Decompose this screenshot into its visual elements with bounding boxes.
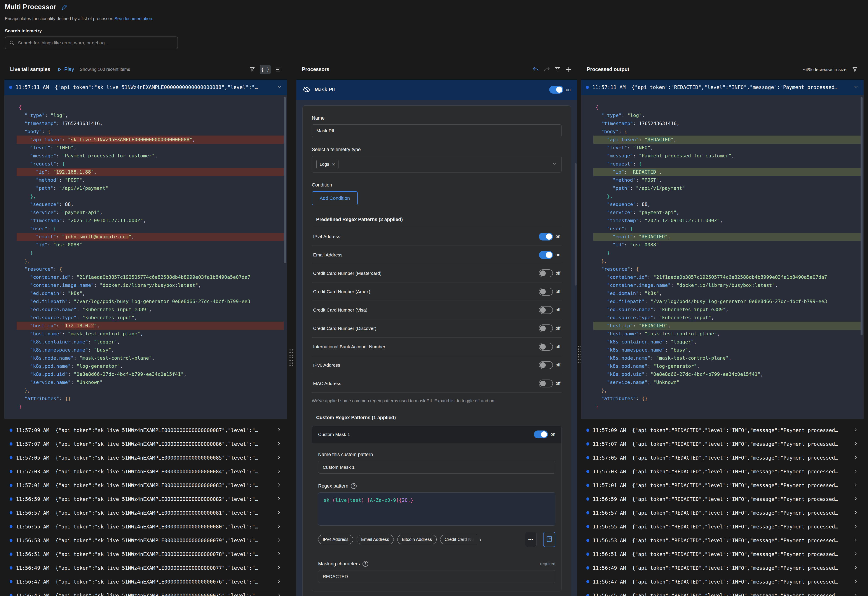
log-row[interactable]: 11:56:53 AM {"api_token":"REDACTED","lev… xyxy=(581,534,864,547)
mask-pii-processor-bar[interactable]: Mask PII on xyxy=(296,80,577,100)
pattern-toggle[interactable] xyxy=(539,325,553,332)
chevron-right-icon[interactable] xyxy=(853,551,858,557)
list-view-toggle[interactable] xyxy=(275,66,281,72)
telemetry-tag-logs[interactable]: Logs ✕ xyxy=(316,159,338,169)
log-row[interactable]: 11:57:07 AM {"api_token":"REDACTED","lev… xyxy=(581,437,864,451)
chevron-right-icon[interactable] xyxy=(276,593,282,596)
log-row[interactable]: 11:56:49 AM {"api_token":"sk_live_51NWz4… xyxy=(4,561,287,575)
regex-suggestion-chip[interactable]: IPv4 Address xyxy=(318,535,353,544)
log-row[interactable]: 11:56:57 AM {"api_token":"sk_live_51NWz4… xyxy=(4,506,287,520)
chevron-right-icon[interactable] xyxy=(853,510,858,516)
filter-icon[interactable] xyxy=(555,66,561,72)
pattern-toggle[interactable] xyxy=(539,379,553,387)
json-view-toggle[interactable]: { } xyxy=(260,65,271,74)
chevron-down-icon[interactable] xyxy=(276,84,282,90)
pattern-toggle[interactable] xyxy=(539,306,553,314)
scrollbar-thumb[interactable] xyxy=(574,163,577,286)
log-row[interactable]: 11:56:47 AM {"api_token":"REDACTED","lev… xyxy=(581,575,864,589)
chevron-right-icon[interactable] xyxy=(276,455,282,461)
panel-resize-handle-left[interactable] xyxy=(289,350,293,366)
chevron-right-icon[interactable] xyxy=(276,496,282,502)
regex-library-button[interactable] xyxy=(543,532,555,547)
pattern-toggle[interactable] xyxy=(539,288,553,296)
edit-title-icon[interactable] xyxy=(61,4,68,10)
chevron-down-icon[interactable] xyxy=(853,84,859,90)
log-row[interactable]: 11:56:51 AM {"api_token":"REDACTED","lev… xyxy=(581,547,864,561)
log-row[interactable]: 11:56:55 AM {"api_token":"sk_live_51NWz4… xyxy=(4,520,287,534)
log-row[interactable]: 11:56:45 AM {"api_token":"REDACTED","lev… xyxy=(581,589,864,596)
panel-resize-handle-right[interactable] xyxy=(578,346,582,363)
chevron-right-icon[interactable] xyxy=(853,482,858,488)
see-documentation-link[interactable]: See documentation. xyxy=(114,16,153,21)
processor-name-input[interactable] xyxy=(316,128,557,133)
log-row[interactable]: 11:57:09 AM {"api_token":"REDACTED","lev… xyxy=(581,423,864,437)
log-row[interactable]: 11:57:03 AM {"api_token":"REDACTED","lev… xyxy=(581,465,864,478)
play-button[interactable]: Play xyxy=(57,66,74,72)
log-row[interactable]: 11:56:47 AM {"api_token":"sk_live_51NWz4… xyxy=(4,575,287,589)
log-row[interactable]: 11:56:49 AM {"api_token":"REDACTED","lev… xyxy=(581,561,864,575)
log-row[interactable]: 11:57:09 AM {"api_token":"sk_live_51NWz4… xyxy=(4,423,287,437)
log-row[interactable]: 11:57:01 AM {"api_token":"REDACTED","lev… xyxy=(581,478,864,492)
filter-icon[interactable] xyxy=(852,66,858,72)
log-row[interactable]: 11:56:57 AM {"api_token":"REDACTED","lev… xyxy=(581,506,864,520)
chevron-right-icon[interactable] xyxy=(853,441,858,447)
chevron-right-icon[interactable] xyxy=(853,427,858,433)
masking-characters-input[interactable] xyxy=(323,574,551,579)
chevron-right-icon[interactable] xyxy=(276,441,282,447)
regex-pattern-editor[interactable]: sk_(live|test)_[A-Za-z0-9]{20,} xyxy=(318,492,555,525)
expanded-log-row[interactable]: 11:57:11 AM {"api_token":"sk_live_51NWz4… xyxy=(4,80,287,95)
chevron-right-icon[interactable] xyxy=(276,524,282,530)
log-row[interactable]: 11:57:05 AM {"api_token":"sk_live_51NWz4… xyxy=(4,451,287,465)
log-row[interactable]: 11:57:03 AM {"api_token":"sk_live_51NWz4… xyxy=(4,465,287,478)
log-row[interactable]: 11:57:05 AM {"api_token":"REDACTED","lev… xyxy=(581,451,864,465)
pattern-name-input[interactable] xyxy=(323,465,551,470)
regex-suggestion-chip[interactable]: Credit Card Numb xyxy=(440,535,477,544)
log-row[interactable]: 11:56:59 AM {"api_token":"REDACTED","lev… xyxy=(581,492,864,506)
log-row[interactable]: 11:57:07 AM {"api_token":"sk_live_51NWz4… xyxy=(4,437,287,451)
redo-icon[interactable] xyxy=(543,66,550,73)
chevron-right-icon[interactable] xyxy=(276,482,282,488)
chevron-right-icon[interactable] xyxy=(853,537,858,543)
chevron-right-icon[interactable] xyxy=(276,427,282,433)
custom-mask-toggle[interactable] xyxy=(534,431,548,438)
regex-help-icon[interactable]: ? xyxy=(351,483,357,489)
chevron-right-icon[interactable] xyxy=(853,565,858,571)
regex-suggestion-chip[interactable]: Email Address xyxy=(357,535,394,544)
chevron-right-icon[interactable] xyxy=(853,579,858,585)
chevron-right-icon[interactable] xyxy=(276,510,282,516)
search-input[interactable] xyxy=(18,40,174,46)
log-row[interactable]: 11:57:01 AM {"api_token":"sk_live_51NWz4… xyxy=(4,478,287,492)
log-row[interactable]: 11:56:59 AM {"api_token":"sk_live_51NWz4… xyxy=(4,492,287,506)
remove-tag-icon[interactable]: ✕ xyxy=(332,162,335,167)
chevron-right-icon[interactable] xyxy=(853,496,858,502)
pattern-toggle[interactable] xyxy=(539,251,553,259)
regex-suggestion-chip[interactable]: Bitcoin Address xyxy=(397,535,437,544)
pattern-toggle[interactable] xyxy=(539,233,553,240)
chevron-right-icon[interactable] xyxy=(853,524,858,530)
chevron-right-icon[interactable] xyxy=(853,593,858,596)
undo-icon[interactable] xyxy=(533,66,539,73)
telemetry-type-select[interactable]: Logs ✕ xyxy=(312,156,562,173)
pattern-toggle[interactable] xyxy=(539,361,553,369)
chevron-right-icon[interactable] xyxy=(276,565,282,571)
pattern-toggle[interactable] xyxy=(539,343,553,351)
add-processor-icon[interactable] xyxy=(565,66,571,73)
add-condition-button[interactable]: Add Condition xyxy=(312,191,358,205)
chevron-right-icon[interactable] xyxy=(276,579,282,585)
expanded-log-row[interactable]: 11:57:11 AM {"api_token":"REDACTED","lev… xyxy=(581,80,864,95)
more-patterns-button[interactable]: ••• xyxy=(525,532,537,547)
log-row[interactable]: 11:56:45 AM {"api_token":"sk_live_51NWz4… xyxy=(4,589,287,596)
chevron-right-icon[interactable] xyxy=(276,537,282,543)
masking-help-icon[interactable]: ? xyxy=(363,561,368,567)
mask-pii-toggle[interactable] xyxy=(549,86,563,94)
chevron-right-icon[interactable] xyxy=(276,551,282,557)
search-box[interactable] xyxy=(5,37,178,49)
pattern-toggle[interactable] xyxy=(539,269,553,277)
chevron-right-icon[interactable] xyxy=(853,455,858,461)
log-row[interactable]: 11:56:53 AM {"api_token":"sk_live_51NWz4… xyxy=(4,534,287,547)
chips-scroll-chevron[interactable]: › xyxy=(480,536,482,543)
filter-icon[interactable] xyxy=(249,66,255,72)
chevron-right-icon[interactable] xyxy=(276,469,282,475)
log-row[interactable]: 11:56:55 AM {"api_token":"REDACTED","lev… xyxy=(581,520,864,534)
log-row[interactable]: 11:56:51 AM {"api_token":"sk_live_51NWz4… xyxy=(4,547,287,561)
